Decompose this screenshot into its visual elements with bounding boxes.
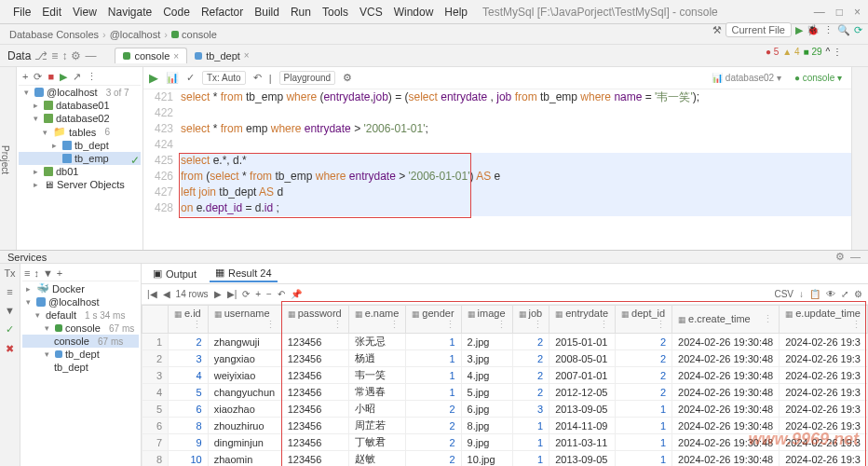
tree-database02[interactable]: database02 xyxy=(56,113,110,124)
database-tree[interactable]: + ⟳ ■ ▶ ↗ ⋮ ▾@localhost 3 of 7 ▸database… xyxy=(17,67,143,250)
tree-run-icon[interactable]: ▶ xyxy=(60,71,67,83)
first-page-icon[interactable]: |◀ xyxy=(147,289,157,299)
output-tab[interactable]: ▣Output xyxy=(147,266,202,281)
sort-icon[interactable]: ↕ xyxy=(61,49,67,62)
git-icon[interactable]: ⎇ xyxy=(34,49,47,62)
add-icon[interactable]: + xyxy=(22,71,28,83)
expand-icon[interactable]: ⤢ xyxy=(841,289,848,299)
menu-navigate[interactable]: Navigate xyxy=(102,6,157,19)
menu-view[interactable]: View xyxy=(67,6,102,19)
tree-server-objects[interactable]: Server Objects xyxy=(57,179,125,190)
more-run-icon[interactable]: ⋮ xyxy=(823,24,834,36)
updates-icon[interactable]: ⟳ xyxy=(854,24,862,36)
tab-console[interactable]: console × xyxy=(115,48,187,63)
debug-button[interactable]: 🐞 xyxy=(807,24,820,36)
playground-dropdown[interactable]: Playground xyxy=(279,71,336,85)
menu-refactor[interactable]: Refactor xyxy=(196,6,249,19)
run-button[interactable]: ▶ xyxy=(795,24,803,36)
rollback-icon[interactable]: ↶ xyxy=(253,72,262,84)
add-row-icon[interactable]: + xyxy=(255,289,261,299)
hammer-icon[interactable]: ⚒ xyxy=(712,24,722,36)
tx-mode-dropdown[interactable]: Tx: Auto xyxy=(202,71,246,85)
svc-localhost[interactable]: @localhost xyxy=(48,296,100,308)
crumb-host[interactable]: @localhost xyxy=(110,29,161,40)
pin-icon[interactable]: 📌 xyxy=(291,289,302,299)
right-tool-rail[interactable] xyxy=(851,67,868,250)
menu-help[interactable]: Help xyxy=(439,6,473,19)
commit-icon[interactable]: ✓ xyxy=(186,72,195,84)
svc-expand-icon[interactable]: ≡ xyxy=(24,267,30,279)
minimize-icon[interactable]: — xyxy=(814,6,825,19)
svc-tbdept[interactable]: tb_dept xyxy=(65,349,100,360)
tree-tables[interactable]: tables xyxy=(69,127,96,138)
left-tool-rail[interactable]: Project xyxy=(0,67,17,250)
result-grid[interactable]: ▦e.id ⋮▦username ⋮▦password ⋮▦e.name ⋮▦g… xyxy=(142,305,868,466)
filter-svc-icon[interactable]: ▼ xyxy=(5,305,15,316)
svc-add-icon[interactable]: + xyxy=(57,267,62,279)
tree-db01[interactable]: db01 xyxy=(56,166,78,177)
stop-icon[interactable]: ■ xyxy=(47,71,54,83)
prev-page-icon[interactable]: ◀ xyxy=(163,289,170,299)
services-tree[interactable]: ≡ ↕ ▼ + ▸🐳Docker ▾@localhost ▾default 1 … xyxy=(20,264,142,466)
console-badge[interactable]: ● console ▾ xyxy=(791,73,846,83)
sql-editor[interactable]: 421422423424425✓426427428 select * from … xyxy=(143,89,851,250)
folder-icon: 📁 xyxy=(53,126,66,138)
svc-filter-icon[interactable]: ▼ xyxy=(43,267,53,279)
last-page-icon[interactable]: ▶| xyxy=(227,289,237,299)
svc-sort-icon[interactable]: ↕ xyxy=(34,267,39,279)
menu-vcs[interactable]: VCS xyxy=(354,6,388,19)
settings-icon[interactable]: ⚙ xyxy=(854,289,862,299)
reload-icon[interactable]: ⟳ xyxy=(242,289,250,299)
menu-window[interactable]: Window xyxy=(388,6,440,19)
csv-dropdown[interactable]: CSV xyxy=(774,289,793,299)
expand-icon[interactable]: Tx xyxy=(4,267,15,279)
tree-tb-emp[interactable]: tb_emp xyxy=(75,153,109,164)
tab-tb-dept[interactable]: tb_dept × xyxy=(187,48,257,63)
collapse-icon[interactable]: — xyxy=(85,49,96,62)
tab-tbdept-close[interactable]: × xyxy=(244,50,250,61)
result-tab[interactable]: ▦Result 24 xyxy=(210,265,277,282)
close-icon[interactable]: × xyxy=(854,6,861,19)
settings-icon[interactable]: ⚙ xyxy=(343,72,352,84)
svc-console-inner[interactable]: console xyxy=(54,336,89,347)
menu-tools[interactable]: Tools xyxy=(317,6,354,19)
gear-icon[interactable]: ⚙ xyxy=(71,49,81,62)
refresh-icon[interactable]: ⟳ xyxy=(34,71,42,83)
services-hide-icon[interactable]: — xyxy=(850,251,861,263)
jump-icon[interactable]: ↗ xyxy=(73,71,81,83)
svc-docker[interactable]: Docker xyxy=(52,283,85,295)
svc-default-note: 1 s 34 ms xyxy=(85,310,125,321)
search-icon[interactable]: 🔍 xyxy=(837,24,850,36)
explain-icon[interactable]: 📊 xyxy=(166,72,179,84)
crumb-console[interactable]: console xyxy=(182,29,217,40)
export-icon[interactable]: ↓ xyxy=(799,289,804,299)
remove-row-icon[interactable]: − xyxy=(266,289,272,299)
services-gear-icon[interactable]: ⚙ xyxy=(835,251,845,263)
menu-code[interactable]: Code xyxy=(157,6,196,19)
menu-file[interactable]: File xyxy=(7,6,36,19)
crumb-root[interactable]: Database Consoles xyxy=(9,29,99,40)
copy-icon[interactable]: 📋 xyxy=(809,289,821,299)
svc-tbdept-inner[interactable]: tb_dept xyxy=(54,362,88,373)
revert-icon[interactable]: ↶ xyxy=(278,289,285,299)
menu-edit[interactable]: Edit xyxy=(36,6,67,19)
execute-button[interactable]: ▶ xyxy=(149,71,158,85)
svc-default[interactable]: default xyxy=(46,309,76,321)
menu-run[interactable]: Run xyxy=(285,6,317,19)
next-page-icon[interactable]: ▶ xyxy=(214,289,222,299)
view-icon[interactable]: 👁 xyxy=(826,289,835,299)
more-icon[interactable]: ⋮ xyxy=(87,71,97,83)
tree-tb-dept[interactable]: tb_dept xyxy=(75,140,109,151)
maximize-icon[interactable]: □ xyxy=(836,6,843,19)
tree-root[interactable]: @localhost xyxy=(47,87,98,98)
run-config-dropdown[interactable]: Current File xyxy=(726,22,792,37)
filter-icon[interactable]: ≡ xyxy=(51,49,58,62)
menu-build[interactable]: Build xyxy=(249,6,285,19)
svc-console[interactable]: console xyxy=(65,322,101,334)
project-tool-button[interactable]: Project xyxy=(0,71,10,250)
collapse-all-icon[interactable]: ≡ xyxy=(7,286,12,297)
ok-icon: ✓ xyxy=(6,323,14,336)
tab-console-close[interactable]: × xyxy=(173,51,179,62)
database-badge[interactable]: 📊 database02 ▾ xyxy=(708,73,785,83)
tree-database01[interactable]: database01 xyxy=(56,100,110,111)
